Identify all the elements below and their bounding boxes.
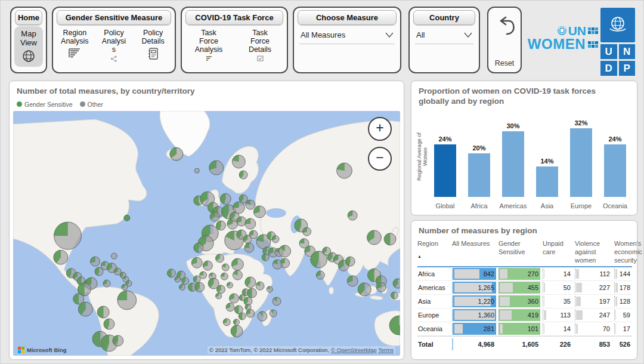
home-button[interactable]: Home	[15, 10, 42, 25]
column-header[interactable]: Region▲	[417, 240, 450, 260]
map-pie[interactable]	[367, 230, 382, 245]
map-pie[interactable]	[117, 291, 137, 310]
terms-link[interactable]: Terms	[378, 347, 394, 353]
bar-rect[interactable]	[604, 144, 626, 197]
map-pie[interactable]	[210, 212, 219, 221]
map-pie[interactable]	[267, 286, 273, 292]
map-pie[interactable]	[249, 230, 258, 239]
map-pie[interactable]	[200, 272, 207, 279]
map-pie[interactable]	[237, 217, 246, 226]
map-pie[interactable]	[193, 276, 200, 283]
map-pie[interactable]	[256, 282, 264, 290]
map-pie[interactable]	[195, 282, 205, 292]
map-pie[interactable]	[203, 261, 212, 270]
bar-rect[interactable]	[468, 153, 490, 197]
map-pie[interactable]	[245, 218, 256, 229]
map-pie[interactable]	[179, 284, 185, 290]
table-row-oceania[interactable]: Oceania281101147017	[417, 322, 632, 336]
bar-oceania[interactable]: 24%Oceania	[602, 119, 628, 197]
bar-americas[interactable]: 30%Americas	[500, 119, 527, 197]
bar-rect[interactable]	[502, 131, 524, 197]
map-pie[interactable]	[253, 206, 265, 218]
reset-button[interactable]: Reset	[487, 7, 522, 73]
map-view-button[interactable]: Map View	[14, 26, 43, 67]
map-pie[interactable]	[97, 306, 109, 318]
map-pie[interactable]	[226, 303, 234, 311]
map-pie[interactable]	[78, 302, 92, 316]
map-pie[interactable]	[194, 243, 203, 252]
region-analysis-button[interactable]: Region Analysis	[59, 29, 90, 62]
policy-details-button[interactable]: Policy Details	[138, 29, 169, 62]
map-pie[interactable]	[111, 253, 117, 259]
map-pie[interactable]	[246, 200, 255, 209]
table-row-asia[interactable]: Asia1,22036035197128	[417, 295, 632, 309]
map-pie[interactable]	[393, 279, 400, 288]
map-pie[interactable]	[376, 282, 386, 292]
table-row-europe[interactable]: Europe1,36041911324759	[417, 309, 632, 322]
bar-global[interactable]: 24%Global	[432, 119, 459, 197]
map-pie[interactable]	[221, 273, 228, 280]
map-pie[interactable]	[347, 276, 358, 286]
map-pie[interactable]	[233, 319, 239, 325]
bar-rect[interactable]	[536, 166, 558, 197]
map-pie[interactable]	[245, 277, 256, 288]
map-pie[interactable]	[167, 269, 175, 277]
table-row-americas[interactable]: Americas1,26545550227178	[417, 281, 632, 295]
map-zoom-out-button[interactable]: −	[368, 147, 392, 171]
map-pie[interactable]	[175, 276, 181, 282]
bar-africa[interactable]: 20%Africa	[466, 119, 493, 197]
column-header[interactable]: Women's economic security	[614, 240, 642, 264]
map-pie[interactable]	[246, 309, 255, 317]
map-zoom-in-button[interactable]: +	[368, 117, 392, 141]
map-pie[interactable]	[273, 297, 281, 306]
column-header[interactable]: All Measures	[452, 240, 496, 248]
openstreetmap-link[interactable]: © OpenStreetMap	[331, 347, 377, 353]
map-pie[interactable]	[230, 294, 239, 303]
map-pie[interactable]	[191, 257, 202, 268]
map-pie[interactable]	[272, 236, 279, 243]
map-pie[interactable]	[262, 254, 269, 261]
map-pie[interactable]	[232, 155, 245, 168]
task-force-details-button[interactable]: Task Force Details	[244, 29, 275, 61]
map-pie[interactable]	[358, 283, 371, 296]
map-pie[interactable]	[239, 313, 246, 320]
bar-europe[interactable]: 32%Europe	[568, 119, 595, 197]
map-pie[interactable]	[239, 171, 247, 179]
map-pie[interactable]	[244, 243, 254, 252]
map-pie[interactable]	[194, 168, 199, 173]
map-pie[interactable]	[216, 293, 222, 299]
map-pie[interactable]	[223, 319, 230, 326]
map-pie[interactable]	[54, 250, 68, 264]
map-pie[interactable]	[303, 227, 311, 236]
measure-dropdown[interactable]: All Measures	[299, 30, 395, 44]
map-pie[interactable]	[170, 147, 183, 161]
bar-asia[interactable]: 14%Asia	[534, 119, 561, 197]
map-pie[interactable]	[345, 257, 355, 266]
map-pie[interactable]	[217, 285, 225, 294]
map-pie[interactable]	[104, 319, 114, 329]
bar-rect[interactable]	[434, 144, 456, 197]
map-pie[interactable]	[209, 161, 224, 175]
map-pie[interactable]	[247, 288, 256, 298]
map-pie[interactable]	[103, 280, 110, 287]
map-pie[interactable]	[316, 271, 324, 279]
map-pie[interactable]	[384, 233, 396, 245]
map-pie[interactable]	[54, 222, 82, 249]
map-pie[interactable]	[348, 211, 357, 220]
map-pie[interactable]	[124, 215, 130, 221]
map-pie[interactable]	[220, 193, 231, 204]
map-pie[interactable]	[222, 264, 229, 271]
policy-analysis-button[interactable]: Policy Analysis	[100, 29, 128, 62]
map-pie[interactable]	[273, 260, 282, 269]
world-map[interactable]: + − Microsoft Bing © 2022 TomTom, © 2022…	[13, 111, 400, 356]
map-pie[interactable]	[216, 221, 226, 230]
column-header[interactable]: Gender Sensitive	[499, 240, 540, 257]
map-pie[interactable]	[258, 311, 267, 321]
task-force-analysis-button[interactable]: Task Force Analysis	[193, 29, 224, 61]
column-header[interactable]: Unpaid care	[543, 240, 572, 257]
column-header[interactable]: Violence against women	[575, 240, 612, 264]
map-pie[interactable]	[233, 270, 242, 280]
map-pie[interactable]	[91, 257, 100, 266]
map-pie[interactable]	[182, 277, 189, 285]
map-pie[interactable]	[279, 245, 291, 257]
